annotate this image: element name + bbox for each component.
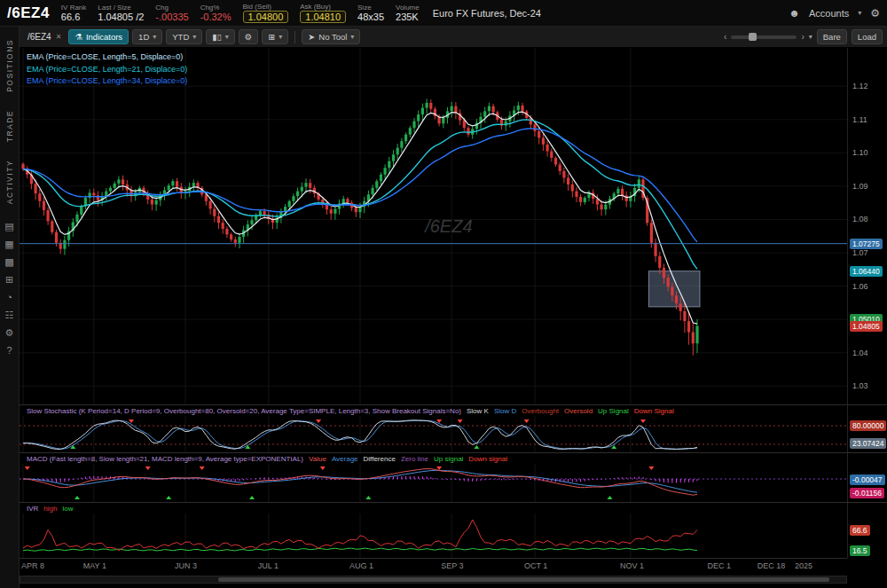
top-bar: /6EZ4 IV Rank 66.6 Last / Size 1.04805 /… <box>0 0 887 27</box>
ivr-axis: 66.616.5 <box>847 502 887 558</box>
date-label: JUL 1 <box>258 561 279 570</box>
stat-ask: Ask (Buy) 1.04810 <box>300 3 346 24</box>
chart-scrollbar[interactable] <box>20 576 847 584</box>
chevron-down-icon: ▾ <box>279 33 282 41</box>
chevron-down-icon[interactable]: ▾ <box>809 33 812 41</box>
range-dropdown[interactable]: YTD ▾ <box>166 29 202 44</box>
left-sidebar: POSITIONS TRADE ACTIVITY ▤ ▦ ▩ ⊞ ◔ ☷ ⚙ ? <box>0 27 20 588</box>
price-tick: 1.12 <box>852 82 868 90</box>
legend-down-signal: Down signal <box>468 455 507 463</box>
legend-slow-k: Slow K <box>467 407 489 415</box>
ivr-chart[interactable] <box>20 514 847 558</box>
svg-text:/6EZ4: /6EZ4 <box>423 216 472 236</box>
legend-down-signal: Down Signal <box>634 407 674 415</box>
monitor-icon[interactable]: ▤ <box>4 222 13 231</box>
date-label: SEP 3 <box>441 561 463 570</box>
person-icon: ☻ <box>789 7 800 20</box>
macd-chart[interactable] <box>20 464 847 502</box>
chevron-down-icon: ▾ <box>153 33 156 41</box>
range-label: YTD <box>172 32 189 42</box>
candle-icon: ▮▯ <box>212 32 221 42</box>
stochastic-chart[interactable] <box>20 416 847 452</box>
price-tick: 1.08 <box>852 215 868 223</box>
scrollbar-handle[interactable] <box>218 577 829 582</box>
calendar-icon[interactable]: ▩ <box>4 257 13 267</box>
help-icon[interactable]: ? <box>6 346 12 356</box>
pie-icon[interactable]: ◔ <box>6 293 12 302</box>
gear-icon[interactable]: ⚙ <box>5 328 14 338</box>
legend-oversold: Oversold <box>564 407 593 415</box>
legend-difference: Difference <box>364 455 396 463</box>
macd-axis: -0.00047-0.01156 <box>847 452 887 502</box>
accounts-menu[interactable]: Accounts <box>809 8 849 19</box>
ivr-badge: 66.6 <box>850 525 870 536</box>
close-icon[interactable]: ✕ <box>56 33 62 41</box>
stat-value: 66.6 <box>61 12 86 23</box>
top-right-controls: ☻ Accounts ▾ ⚙ <box>789 7 880 20</box>
date-label: 2025 <box>795 561 812 570</box>
contract-description: Euro FX Futures, Dec-24 <box>433 8 541 19</box>
stat-label: Volume <box>396 4 420 12</box>
ivr-title: IVR <box>27 505 38 513</box>
candlestick-chart[interactable]: /6EZ4 <box>20 48 847 404</box>
price-tick: 1.10 <box>852 148 868 157</box>
chart-symbol-tab-label: /6EZ4 <box>27 32 51 42</box>
stat-value: 1.04805 /2 <box>98 12 144 23</box>
chart-type-dropdown[interactable]: ▮▯ ▾ <box>206 29 234 44</box>
chart-toolbar: /6EZ4 ✕ ⚗ Indicators 1D ▾ YTD ▾ ▮▯ ▾ ⚙ ⊞… <box>20 27 887 48</box>
stochastic-panel[interactable]: Slow Stochastic (K Period=14, D Period=9… <box>20 404 847 452</box>
bid-button[interactable]: 1.04800 <box>243 11 289 24</box>
stochastic-title: Slow Stochastic (K Period=14, D Period=9… <box>27 407 461 415</box>
chart-symbol-tab[interactable]: /6EZ4 ✕ <box>24 32 65 42</box>
chevron-down-icon: ▾ <box>858 9 861 17</box>
sidebar-tab-activity[interactable]: ACTIVITY <box>5 151 14 213</box>
ivr-panel[interactable]: IVR high low <box>20 502 847 558</box>
macd-badge: -0.00047 <box>850 474 885 485</box>
date-label: NOV 1 <box>620 561 644 570</box>
price-tick: 1.06 <box>852 282 868 291</box>
indicators-label: Indicators <box>86 32 122 42</box>
ivr-label: IVR high low <box>20 503 847 514</box>
date-label: APR 8 <box>21 561 44 570</box>
list-icon[interactable]: ☷ <box>5 310 14 320</box>
zoom-slider[interactable] <box>731 35 797 39</box>
date-label: OCT 1 <box>524 561 547 570</box>
date-label: DEC 1 <box>707 561 731 570</box>
ivr-badge: 16.5 <box>850 545 870 556</box>
legend-zero-line: Zero line <box>401 455 428 463</box>
price-badge: 1.07275 <box>850 239 883 249</box>
indicators-button[interactable]: ⚗ Indicators <box>68 29 129 44</box>
chart-settings-button[interactable]: ⚙ <box>239 29 259 44</box>
chart-icon[interactable]: ▦ <box>4 239 13 249</box>
stat-chg-pct: Chg% -0.32% <box>200 4 232 23</box>
sidebar-tab-positions[interactable]: POSITIONS <box>5 30 14 101</box>
date-label: AUG 1 <box>349 561 373 570</box>
bare-button[interactable]: Bare <box>817 29 847 44</box>
legend-value: Value <box>309 455 326 463</box>
zoom-out-icon[interactable]: ‹ <box>724 32 726 42</box>
stochastic-axis: 80.0000023.07424 <box>847 404 887 452</box>
stat-label: Ask (Buy) <box>300 3 346 11</box>
apps-grid-icon[interactable]: ⊞ <box>5 275 13 285</box>
macd-badge: -0.01156 <box>850 488 884 498</box>
price-tick: 1.03 <box>852 381 868 390</box>
gear-icon[interactable]: ⚙ <box>870 7 880 20</box>
stat-iv-rank: IV Rank 66.6 <box>61 4 86 23</box>
zoom-slider-handle[interactable] <box>749 33 757 41</box>
price-tick: 1.09 <box>852 182 868 191</box>
ask-button[interactable]: 1.04810 <box>300 11 346 24</box>
drawing-tool-dropdown[interactable]: ➤ No Tool ▾ <box>302 29 360 44</box>
main-chart[interactable]: /6EZ4 <box>20 48 847 404</box>
legend-overbought: Overbought <box>522 407 559 415</box>
stochastic-label: Slow Stochastic (K Period=14, D Period=9… <box>20 405 847 416</box>
stat-label: Bid (Sell) <box>243 3 289 11</box>
timeframe-dropdown[interactable]: 1D ▾ <box>132 29 162 44</box>
macd-panel[interactable]: MACD (Fast length=8, Slow length=21, MAC… <box>20 452 847 502</box>
load-button[interactable]: Load <box>852 29 883 44</box>
symbol-title[interactable]: /6EZ4 <box>7 4 50 22</box>
stat-last-size: Last / Size 1.04805 /2 <box>98 4 144 23</box>
legend-high: high <box>43 505 57 513</box>
layout-dropdown[interactable]: ⊞ ▾ <box>262 29 288 44</box>
sidebar-tab-trade[interactable]: TRADE <box>5 101 14 151</box>
zoom-in-icon[interactable]: › <box>801 32 804 42</box>
